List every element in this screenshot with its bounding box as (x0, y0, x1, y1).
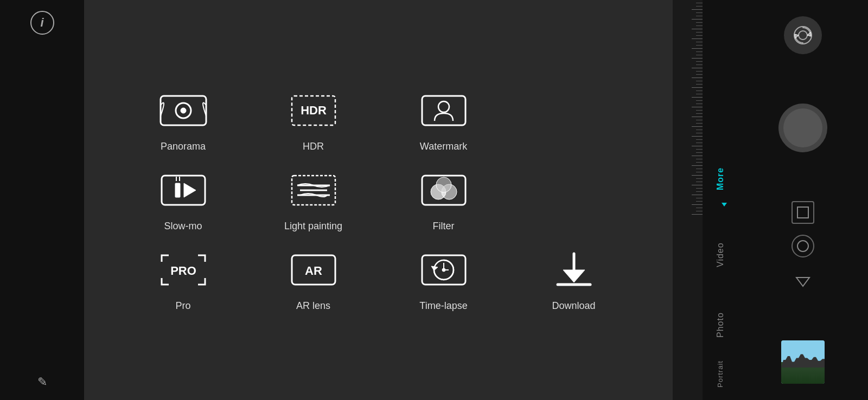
svg-marker-25 (431, 266, 438, 270)
lightpainting-icon (289, 171, 338, 209)
slowmo-label: Slow-mo (164, 221, 202, 232)
watermark-icon-box (417, 89, 471, 132)
mode-labels: More Video Photo Portrait (703, 0, 738, 400)
info-icon[interactable]: i (30, 11, 54, 35)
ruler-strip (673, 0, 703, 400)
svg-point-6 (438, 101, 449, 112)
pro-icon-box: PRO (156, 248, 210, 292)
left-sidebar: i ✎ (0, 0, 84, 400)
square-icon (796, 206, 809, 219)
svg-marker-34 (807, 32, 811, 36)
shutter-inner (783, 108, 822, 147)
circle-icon (796, 240, 809, 253)
svg-point-37 (797, 241, 808, 251)
right-sidebar: More Video Photo Portrait (673, 0, 868, 400)
timelapse-icon (419, 251, 468, 289)
city-skyline (781, 349, 825, 367)
mode-lightpainting[interactable]: Light painting (265, 169, 362, 232)
lightpainting-icon-box (286, 169, 341, 212)
sidebar-item-portrait[interactable]: Portrait (703, 358, 738, 390)
mode-watermark[interactable]: Watermark (395, 89, 493, 152)
arlens-icon-box: AR (286, 248, 341, 292)
back-button[interactable] (792, 268, 814, 291)
sidebar-item-more[interactable]: More (703, 152, 738, 206)
last-photo-thumbnail[interactable] (781, 340, 825, 384)
mode-panorama[interactable]: Panorama (135, 89, 232, 152)
svg-marker-38 (796, 278, 809, 286)
ruler-ticks (673, 0, 703, 400)
triangle-icon (795, 272, 810, 287)
square-button[interactable] (792, 201, 814, 224)
camera-flip-icon (793, 25, 813, 45)
camera-flip-button[interactable] (784, 16, 822, 54)
download-icon (550, 251, 598, 289)
svg-point-33 (799, 31, 807, 40)
mode-filter[interactable]: Filter (395, 169, 493, 232)
svg-marker-35 (795, 34, 799, 38)
panorama-label: Panorama (161, 141, 206, 152)
filter-label: Filter (433, 221, 455, 232)
pro-label: Pro (175, 300, 190, 312)
svg-point-19 (436, 177, 451, 192)
svg-marker-9 (184, 183, 196, 197)
left-sidebar-top: i (30, 11, 54, 35)
timelapse-icon-box (417, 248, 471, 292)
svg-rect-5 (422, 96, 465, 125)
filter-icon-box (417, 169, 471, 212)
circle-button[interactable] (792, 235, 814, 257)
edit-icon[interactable]: ✎ (37, 375, 47, 389)
sidebar-item-photo[interactable]: Photo (703, 298, 738, 352)
svg-rect-8 (175, 183, 180, 197)
filter-icon (419, 171, 468, 209)
mode-timelapse[interactable]: Time-lapse (395, 248, 493, 312)
pro-icon: PRO (159, 251, 208, 289)
lightpainting-label: Light painting (284, 221, 342, 232)
nav-bottom (792, 201, 814, 291)
svg-text:AR: AR (305, 264, 322, 278)
svg-text:HDR: HDR (301, 104, 327, 117)
slowmo-icon-box (156, 169, 210, 212)
hdr-icon: HDR (289, 92, 338, 130)
arlens-label: AR lens (296, 300, 330, 312)
main-content: Panorama HDR HDR Watermark (84, 0, 673, 400)
svg-point-2 (181, 108, 186, 113)
svg-rect-7 (162, 176, 205, 205)
right-controls (738, 0, 868, 400)
watermark-label: Watermark (420, 141, 467, 152)
thumbnail-image (781, 340, 825, 384)
panorama-icon-box (156, 89, 210, 132)
panorama-icon (159, 92, 208, 130)
svg-marker-30 (563, 270, 585, 282)
mode-download[interactable]: Download (525, 248, 623, 312)
mode-pro[interactable]: PRO Pro (135, 248, 232, 312)
arlens-icon: AR (289, 251, 338, 289)
mode-arlens[interactable]: AR AR lens (265, 248, 362, 312)
shutter-button[interactable] (778, 104, 827, 152)
mode-hdr[interactable]: HDR HDR (265, 89, 362, 152)
watermark-icon (419, 92, 468, 130)
timelapse-label: Time-lapse (419, 300, 467, 312)
sidebar-item-video[interactable]: Video (703, 228, 738, 282)
svg-rect-36 (797, 207, 808, 218)
download-label: Download (552, 300, 595, 312)
mode-slowmo[interactable]: Slow-mo (135, 169, 232, 232)
hdr-icon-box: HDR (286, 89, 341, 132)
svg-text:PRO: PRO (170, 264, 196, 278)
slowmo-icon (159, 171, 208, 209)
camera-modes-grid: Panorama HDR HDR Watermark (135, 89, 623, 312)
download-icon-box (547, 248, 601, 292)
hdr-label: HDR (303, 141, 324, 152)
more-arrow-icon (722, 203, 727, 207)
left-sidebar-bottom: ✎ (37, 375, 47, 389)
